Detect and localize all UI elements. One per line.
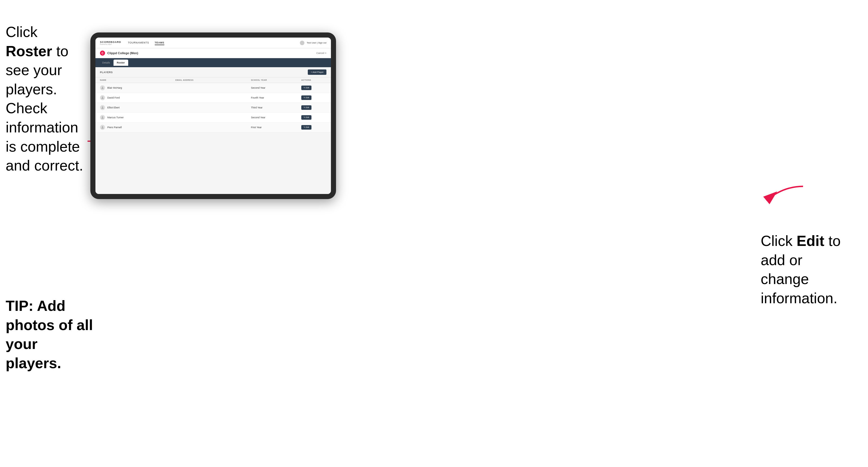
user-icon [300,41,304,45]
actions-cell: ✎ Edit [301,115,327,120]
svg-point-7 [102,126,103,127]
team-header: C Clippd College (Men) Cancel × [95,48,331,58]
roster-table: NAME EMAIL ADDRESS SCHOOL YEAR ACTIONS B… [95,77,331,194]
player-name: Piers Parnell [107,126,122,129]
table-header: NAME EMAIL ADDRESS SCHOOL YEAR ACTIONS [95,77,331,83]
team-name: Clippd College (Men) [107,52,138,55]
player-cell: Piers Parnell [100,125,175,130]
avatar [100,95,105,100]
player-name: Elliot Ebert [107,106,120,109]
tablet-device: SCOREBOARD Powered by clippd TOURNAMENTS… [90,32,336,199]
left-instruction: Click Roster to see your players. Check … [6,23,85,175]
edit-button[interactable]: ✎ Edit [301,95,311,100]
edit-button[interactable]: ✎ Edit [301,86,311,90]
player-cell: David Ford [100,95,175,100]
players-label: PLAYERS [100,71,113,74]
table-row: Marcus Turner Second Year ✎ Edit [95,113,331,123]
add-player-button[interactable]: + Add Player [308,69,327,75]
navbar: SCOREBOARD Powered by clippd TOURNAMENTS… [95,37,331,48]
instruction-text-1: Click Roster to see your players. Check … [6,24,83,174]
user-text: Test User | Sign out [307,41,327,44]
nav-teams[interactable]: TEAMS [155,41,164,45]
player-cell: Marcus Turner [100,115,175,120]
nav-tournaments[interactable]: TOURNAMENTS [128,41,149,45]
school-year: Third Year [251,106,301,109]
brand: SCOREBOARD Powered by clippd [100,41,121,45]
tablet-screen: SCOREBOARD Powered by clippd TOURNAMENTS… [95,37,331,194]
team-info: C Clippd College (Men) [100,51,138,56]
table-row: Piers Parnell First Year ✎ Edit [95,123,331,132]
instruction-text-right: Click Edit to add or change information. [761,232,841,306]
school-year: Second Year [251,116,301,119]
player-name: Marcus Turner [107,116,124,119]
actions-cell: ✎ Edit [301,125,327,130]
tab-details[interactable]: Details [99,60,114,66]
svg-point-5 [102,106,103,107]
tab-roster[interactable]: Roster [114,60,128,66]
svg-point-6 [102,116,103,118]
table-row: David Ford Fourth Year ✎ Edit [95,93,331,103]
svg-point-4 [102,97,103,98]
player-cell: Blair McHarg [100,85,175,90]
avatar [100,125,105,130]
col-actions: ACTIONS [301,79,327,81]
svg-point-3 [102,87,103,88]
player-name: Blair McHarg [107,86,122,89]
right-instruction: Click Edit to add or change information. [761,231,851,308]
player-name: David Ford [107,96,120,99]
avatar [100,85,105,90]
tab-bar: Details Roster [95,58,331,67]
col-year: SCHOOL YEAR [251,79,301,81]
table-row: Elliot Ebert Third Year ✎ Edit [95,103,331,113]
edit-button[interactable]: ✎ Edit [301,125,311,130]
table-row: Blair McHarg Second Year ✎ Edit [95,83,331,93]
school-year: First Year [251,126,301,129]
actions-cell: ✎ Edit [301,95,327,100]
edit-button[interactable]: ✎ Edit [301,115,311,120]
players-header: PLAYERS + Add Player [95,67,331,77]
avatar [100,115,105,120]
actions-cell: ✎ Edit [301,86,327,90]
team-logo: C [100,51,105,56]
brand-name: SCOREBOARD [100,41,121,43]
powered-by: Powered by clippd [100,43,121,45]
col-email: EMAIL ADDRESS [175,79,251,81]
user-section: Test User | Sign out [300,41,327,45]
cancel-button[interactable]: Cancel × [316,52,327,55]
col-name: NAME [100,79,175,81]
player-cell: Elliot Ebert [100,105,175,110]
actions-cell: ✎ Edit [301,105,327,110]
edit-button[interactable]: ✎ Edit [301,105,311,110]
main-content: PLAYERS + Add Player NAME EMAIL ADDRESS … [95,67,331,194]
avatar [100,105,105,110]
school-year: Fourth Year [251,96,301,99]
edit-arrow [761,184,806,206]
nav-items: TOURNAMENTS TEAMS [128,41,300,45]
tip-text: TIP: Add photos of all your players. [6,297,93,373]
school-year: Second Year [251,86,301,89]
